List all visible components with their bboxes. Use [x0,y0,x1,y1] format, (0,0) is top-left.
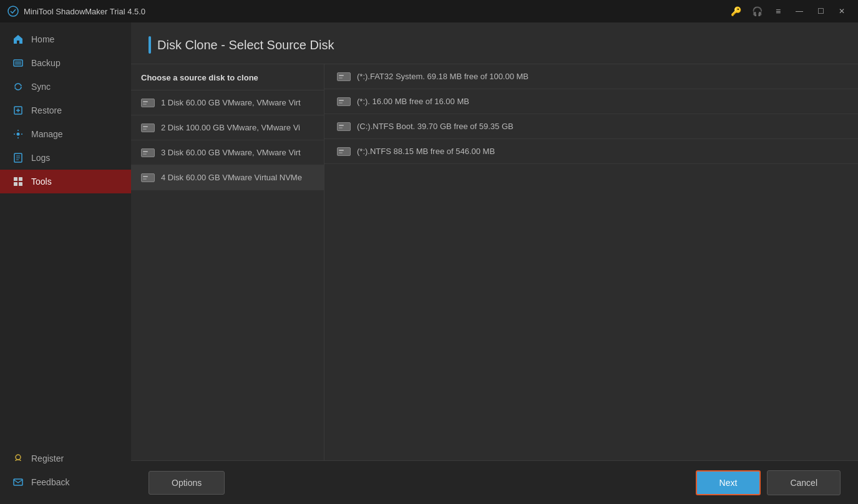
svg-point-0 [8,6,18,16]
svg-rect-7 [19,177,22,181]
headphone-icon[interactable]: 🎧 [748,2,766,20]
logs-icon [12,152,24,163]
sidebar-label-sync: Sync [31,82,51,92]
sidebar-item-backup[interactable]: Backup [0,51,131,75]
close-icon[interactable]: ✕ [833,2,851,20]
disk-icon-4 [141,173,155,182]
sidebar-item-tools[interactable]: Tools [0,170,131,193]
disk-icon-3 [141,148,155,157]
disk-item-3[interactable]: 3 Disk 60.00 GB VMware, VMware Virt [131,140,324,165]
svg-rect-6 [14,177,17,181]
sidebar-label-feedback: Feedback [31,477,69,487]
sidebar-item-sync[interactable]: Sync [0,75,131,99]
clone-body: Choose a source disk to clone 1 Disk 60.… [131,64,858,460]
sidebar-label-backup: Backup [31,58,61,68]
partition-label-1: (*:).FAT32 System. 69.18 MB free of 100.… [357,72,529,81]
sync-icon [12,81,24,92]
register-icon [12,453,24,464]
partition-item-3: (C:).NTFS Boot. 39.70 GB free of 59.35 G… [324,114,858,139]
minimize-icon[interactable]: — [791,2,808,20]
partition-icon-2 [337,97,351,106]
partition-item-4: (*:).NTFS 88.15 MB free of 546.00 MB [324,139,858,164]
disk-label-2: 2 Disk 100.00 GB VMware, VMware Vi [161,123,300,132]
partition-label-3: (C:).NTFS Boot. 39.70 GB free of 59.35 G… [357,122,514,131]
feedback-icon [12,477,24,488]
sidebar-label-home: Home [31,34,54,44]
key-icon[interactable]: 🔑 [727,2,744,20]
manage-icon [12,128,24,140]
page-header: Disk Clone - Select Source Disk [131,22,858,64]
header-accent [149,36,151,54]
sidebar-item-restore[interactable]: Restore [0,99,131,122]
cancel-button[interactable]: Cancel [767,470,841,495]
page-title: Disk Clone - Select Source Disk [157,38,334,52]
partition-label-2: (*:). 16.00 MB free of 16.00 MB [357,97,469,106]
window-controls: 🔑 🎧 ≡ — ☐ ✕ [727,2,851,20]
options-button[interactable]: Options [149,471,225,495]
sidebar-label-tools: Tools [31,177,52,187]
maximize-icon[interactable]: ☐ [812,2,829,20]
partition-item-2: (*:). 16.00 MB free of 16.00 MB [324,89,858,114]
main-layout: Home Backup Sync Restore Manage [0,22,858,504]
source-panel: Choose a source disk to clone 1 Disk 60.… [131,64,324,460]
action-buttons: Next Cancel [696,470,841,495]
disk-item-4[interactable]: 4 Disk 60.00 GB VMware Virtual NVMe [131,165,324,190]
content-area: Disk Clone - Select Source Disk Choose a… [131,22,858,504]
next-button[interactable]: Next [696,470,761,495]
title-bar: MiniTool ShadowMaker Trial 4.5.0 🔑 🎧 ≡ —… [0,0,858,22]
partition-icon-4 [337,147,351,156]
tools-icon [12,176,24,187]
sidebar-label-restore: Restore [31,105,62,115]
svg-rect-10 [14,479,22,485]
disk-item-1[interactable]: 1 Disk 60.00 GB VMware, VMware Virt [131,90,324,115]
sidebar-label-manage: Manage [31,129,63,139]
menu-icon[interactable]: ≡ [769,2,787,20]
disk-label-1: 1 Disk 60.00 GB VMware, VMware Virt [161,98,301,107]
disk-icon-2 [141,124,155,132]
app-logo: MiniTool ShadowMaker Trial 4.5.0 [7,6,145,17]
app-title: MiniTool ShadowMaker Trial 4.5.0 [24,7,145,16]
backup-icon [12,57,24,69]
partition-label-4: (*:).NTFS 88.15 MB free of 546.00 MB [357,147,495,156]
sidebar-item-logs[interactable]: Logs [0,146,131,170]
svg-rect-9 [19,182,22,186]
svg-point-4 [17,133,20,136]
sidebar-bottom: Register Feedback [0,447,131,504]
home-icon [12,34,24,45]
sidebar-item-feedback[interactable]: Feedback [0,470,131,494]
source-panel-header: Choose a source disk to clone [131,64,324,90]
svg-rect-8 [14,182,17,186]
sidebar-item-register[interactable]: Register [0,447,131,470]
partition-icon-1 [337,72,351,81]
sidebar-label-register: Register [31,453,64,463]
svg-rect-2 [15,61,21,65]
disk-label-4: 4 Disk 60.00 GB VMware Virtual NVMe [161,173,302,182]
restore-icon [12,105,24,116]
partition-icon-3 [337,122,351,131]
sidebar: Home Backup Sync Restore Manage [0,22,131,504]
disk-item-2[interactable]: 2 Disk 100.00 GB VMware, VMware Vi [131,115,324,140]
bottom-bar: Options Next Cancel [131,460,858,504]
detail-panel: (*:).FAT32 System. 69.18 MB free of 100.… [324,64,858,460]
sidebar-item-manage[interactable]: Manage [0,122,131,146]
sidebar-item-home[interactable]: Home [0,27,131,51]
disk-icon-1 [141,99,155,107]
partition-item-1: (*:).FAT32 System. 69.18 MB free of 100.… [324,64,858,89]
disk-label-3: 3 Disk 60.00 GB VMware, VMware Virt [161,148,301,157]
sidebar-label-logs: Logs [31,153,50,163]
